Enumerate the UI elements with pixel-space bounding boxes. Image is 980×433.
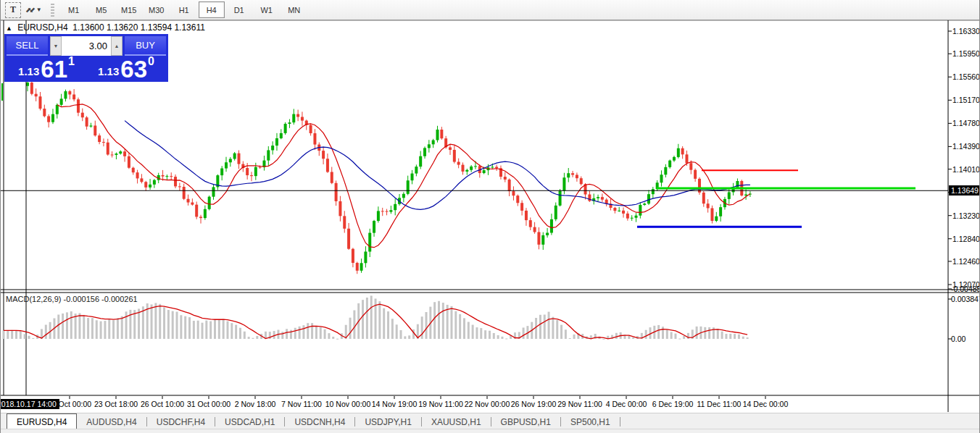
chart-tab-eurusd[interactable]: EURUSD,H4 <box>7 413 77 429</box>
sell-price-prefix: 1.13 <box>18 64 39 79</box>
chart-tab-gbpusd[interactable]: GBPUSD,H1 <box>491 415 560 429</box>
price-tick-label: 1.12840 <box>952 235 980 243</box>
time-tick-label: 7 Nov 11:00 <box>281 400 322 408</box>
timeframe-button-m30[interactable]: M30 <box>144 1 170 18</box>
volume-down-button[interactable]: ▼ <box>50 36 62 56</box>
chart-tab-sp500[interactable]: SP500,H1 <box>561 415 620 429</box>
text-tool-button[interactable]: T <box>5 2 21 18</box>
price-tick-label: 1.15560 <box>952 72 980 81</box>
sell-button[interactable]: SELL <box>7 36 48 56</box>
macd-tick-label: 0.00 <box>951 335 966 343</box>
buy-price-main: 63 <box>120 59 147 79</box>
arrows-icon: ⬈⬋ <box>25 6 33 14</box>
timeframe-button-h1[interactable]: H1 <box>171 1 197 18</box>
timeframe-button-m15[interactable]: M15 <box>116 1 142 18</box>
chart-tabbar: EURUSD,H4AUDUSD,H4USDCHF,H4USDCAD,H1USDC… <box>1 413 979 429</box>
sell-price-main: 61 <box>41 59 67 79</box>
time-tick-label: 31 Oct 00:00 <box>187 400 231 408</box>
price-tick-label: 1.15950 <box>952 49 980 58</box>
price-tick-label: 1.14390 <box>952 142 980 151</box>
one-click-trade-panel: SELL ▼ 3.00 ▲ BUY 1.13 61 1 1.13 63 0 <box>4 34 168 82</box>
chevron-down-icon: ▼ <box>36 7 42 13</box>
chart-tab-xauusd[interactable]: XAUUSD,H1 <box>422 415 491 429</box>
tab-separator <box>620 417 620 426</box>
volume-stepper: ▼ 3.00 ▲ <box>50 36 122 56</box>
time-tick-label: 22 Nov 00:00 <box>465 400 510 408</box>
toolbar: T ⬈⬋ ▼ M1M5M15M30H1H4D1W1MN <box>1 0 979 20</box>
price-tick-label: 1.14010 <box>952 165 980 174</box>
buy-price-pipette: 0 <box>148 56 154 67</box>
buy-button[interactable]: BUY <box>125 36 166 56</box>
macd-name: MACD(12,26,9) <box>6 295 61 303</box>
buy-price-display[interactable]: 1.13 63 0 <box>86 56 166 80</box>
collapse-triangle-icon: ▲ <box>6 25 12 32</box>
chart-tab-audusd[interactable]: AUDUSD,H4 <box>77 415 146 429</box>
price-tick-label: 1.12460 <box>952 257 980 266</box>
time-tick-label: 2 Nov 18:00 <box>235 400 276 408</box>
macd-indicator-label: MACD(12,26,9) -0.000156 -0.000261 <box>6 295 138 303</box>
chart-tab-usdchf[interactable]: USDCHF,H4 <box>147 415 215 429</box>
arrows-tool-button[interactable]: ⬈⬋ ▼ <box>25 3 42 17</box>
chart-tab-usdcad[interactable]: USDCAD,H1 <box>215 415 284 429</box>
timeframe-button-h4[interactable]: H4 <box>199 1 225 18</box>
toolbar-grip[interactable] <box>51 4 54 17</box>
macd-tick-label: -0.004856 <box>951 285 980 293</box>
price-tick-label: 1.15170 <box>952 96 980 104</box>
time-tick-label: 4 Dec 00:00 <box>606 400 647 408</box>
chart-tab-usdjpy[interactable]: USDJPY,H1 <box>355 415 420 429</box>
timeframe-toolbar: M1M5M15M30H1H4D1W1MN <box>60 0 308 20</box>
timeframe-button-d1[interactable]: D1 <box>226 1 252 18</box>
volume-up-button[interactable]: ▲ <box>111 36 122 56</box>
time-tick-label: 10 Nov 00:00 <box>325 400 370 408</box>
symbol-period-label: EURUSD,H4 <box>17 22 67 33</box>
time-tick-label: 23 Oct 18:00 <box>94 400 138 408</box>
text-tool-icon: T <box>10 4 16 15</box>
price-tick-label: 1.13230 <box>952 211 980 220</box>
mt4-window: T ⬈⬋ ▼ M1M5M15M30H1H4D1W1MN ▲ EURUSD,H4 … <box>0 0 980 433</box>
time-tick-label: 26 Oct 10:00 <box>141 400 184 408</box>
time-tick-label: 26 Nov 19:00 <box>511 400 556 408</box>
time-tick-label: 14 Dec 00:00 <box>743 400 788 408</box>
price-tick-label: 1.16330 <box>952 27 980 35</box>
time-tick-label: 11 Dec 11:00 <box>697 400 742 408</box>
crosshair-time-badge: 2018.10.17 14:00 <box>0 399 59 409</box>
current-price-badge: 1.13649 <box>949 185 980 196</box>
chart-title: ▲ EURUSD,H4 1.13600 1.13620 1.13594 1.13… <box>6 22 205 33</box>
timeframe-button-m1[interactable]: M1 <box>61 1 87 18</box>
macd-tick-label: 0.003847 <box>951 295 980 303</box>
timeframe-button-w1[interactable]: W1 <box>254 1 280 18</box>
timeframe-button-m5[interactable]: M5 <box>88 1 115 18</box>
timeframe-button-mn[interactable]: MN <box>281 1 307 18</box>
volume-input[interactable]: 3.00 <box>62 36 111 56</box>
time-tick-label: 29 Nov 11:00 <box>557 400 602 408</box>
time-tick-label: 14 Nov 19:00 <box>372 400 417 408</box>
time-tick-label: 19 Nov 11:00 <box>418 400 463 408</box>
time-tick-label: 6 Dec 19:00 <box>652 400 694 408</box>
buy-price-prefix: 1.13 <box>98 64 119 79</box>
macd-current-values: -0.000156 -0.000261 <box>63 295 137 303</box>
sell-price-display[interactable]: 1.13 61 1 <box>7 56 86 80</box>
chart-tab-usdcnh[interactable]: USDCNH,H4 <box>285 415 354 429</box>
sell-price-pipette: 1 <box>68 56 75 67</box>
ohlc-values: 1.13600 1.13620 1.13594 1.13611 <box>72 22 205 33</box>
price-tick-label: 1.14780 <box>952 119 980 127</box>
status-strip <box>1 429 979 433</box>
